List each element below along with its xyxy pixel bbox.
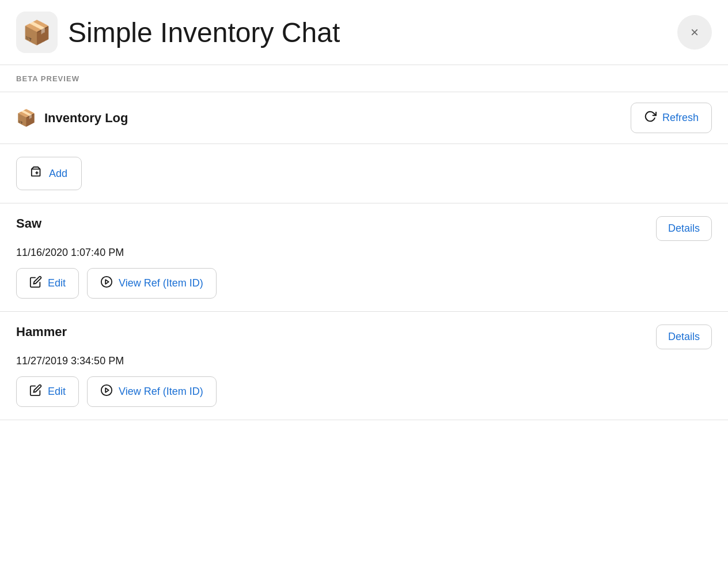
app-icon: 📦 — [16, 12, 58, 53]
svg-marker-6 — [105, 388, 109, 392]
close-button[interactable]: × — [677, 15, 712, 50]
add-section: Add — [0, 144, 728, 203]
item-actions-saw: Edit View Ref (Item ID) — [16, 268, 712, 299]
inventory-header: 📦 Inventory Log Refresh — [0, 92, 728, 144]
close-icon: × — [691, 24, 699, 40]
details-label-hammer: Details — [668, 331, 700, 343]
inventory-items-list: Saw Details 11/16/2020 1:07:40 PM Edit — [0, 203, 728, 420]
item-name-saw: Saw — [16, 216, 41, 231]
item-header-saw: Saw Details — [16, 216, 712, 241]
item-actions-hammer: Edit View Ref (Item ID) — [16, 376, 712, 407]
header-left: 📦 Simple Inventory Chat — [16, 12, 340, 53]
add-icon — [31, 165, 43, 182]
beta-bar: BETA PREVIEW — [0, 65, 728, 92]
item-date-saw: 11/16/2020 1:07:40 PM — [16, 247, 712, 259]
inventory-item-hammer: Hammer Details 11/27/2019 3:34:50 PM Edi… — [0, 312, 728, 420]
refresh-label: Refresh — [662, 112, 699, 124]
beta-label: BETA PREVIEW — [16, 74, 79, 83]
add-button[interactable]: Add — [16, 157, 82, 190]
svg-point-5 — [101, 385, 112, 395]
edit-button-hammer[interactable]: Edit — [16, 376, 79, 407]
item-header-hammer: Hammer Details — [16, 325, 712, 349]
refresh-button[interactable]: Refresh — [631, 103, 712, 133]
edit-button-saw[interactable]: Edit — [16, 268, 79, 299]
details-label-saw: Details — [668, 222, 700, 235]
inventory-item-saw: Saw Details 11/16/2020 1:07:40 PM Edit — [0, 203, 728, 312]
refresh-icon — [644, 110, 657, 126]
view-ref-icon-saw — [100, 276, 113, 291]
inventory-icon: 📦 — [16, 108, 36, 127]
view-ref-button-saw[interactable]: View Ref (Item ID) — [87, 268, 217, 299]
view-ref-label-hammer: View Ref (Item ID) — [119, 386, 203, 398]
app-title: Simple Inventory Chat — [68, 17, 340, 48]
edit-label-hammer: Edit — [48, 386, 66, 398]
inventory-header-left: 📦 Inventory Log — [16, 108, 128, 127]
view-ref-button-hammer[interactable]: View Ref (Item ID) — [87, 376, 217, 407]
view-ref-icon-hammer — [100, 384, 113, 399]
app-header: 📦 Simple Inventory Chat × — [0, 0, 728, 65]
edit-icon-hammer — [29, 384, 42, 399]
inventory-title: Inventory Log — [44, 111, 128, 126]
item-name-hammer: Hammer — [16, 325, 67, 339]
item-date-hammer: 11/27/2019 3:34:50 PM — [16, 355, 712, 367]
details-button-hammer[interactable]: Details — [656, 325, 712, 349]
details-button-saw[interactable]: Details — [656, 216, 712, 241]
svg-point-3 — [101, 277, 112, 287]
edit-label-saw: Edit — [48, 277, 66, 289]
add-label: Add — [49, 168, 67, 180]
edit-icon-saw — [29, 276, 42, 291]
view-ref-label-saw: View Ref (Item ID) — [119, 277, 203, 289]
svg-marker-4 — [105, 280, 109, 284]
